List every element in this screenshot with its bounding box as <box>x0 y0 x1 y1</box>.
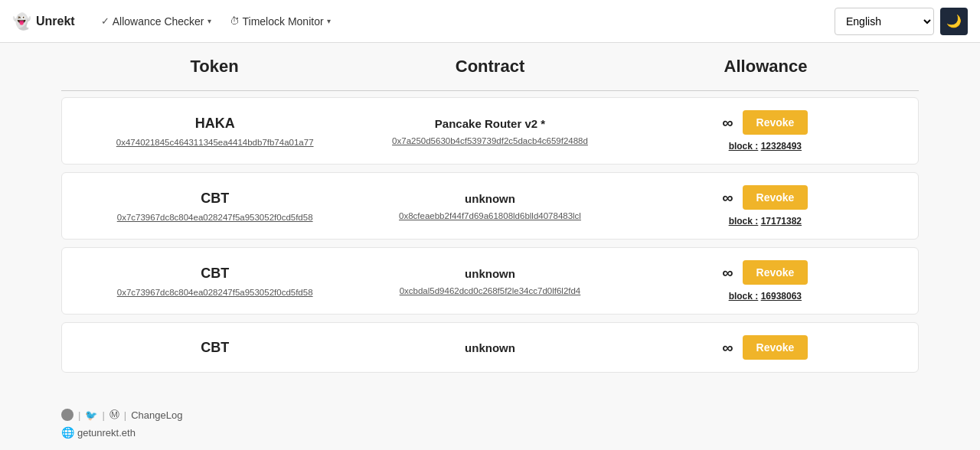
main-content: HAKA 0x474021845c464311345ea4414bdb7fb74… <box>0 91 980 399</box>
token-name-4: CBT <box>201 340 229 356</box>
contract-address-3[interactable]: 0xcbdal5d9462dcd0c268f5f2le34cc7d0lf6l2f… <box>400 286 581 295</box>
token-cell-3: CBT 0x7c73967dc8c804ea028247f5a953052f0c… <box>77 266 352 297</box>
nav-right: English 中文 Español Français Deutsch 🌙 <box>835 8 968 35</box>
nav-allowance-checker[interactable]: ✓ Allowance Checker ▾ <box>93 11 219 32</box>
allowance-cell-2: ∞ Revoke block : 17171382 <box>628 185 903 227</box>
block-info-2: block : 17171382 <box>729 216 802 227</box>
allowance-cell-1: ∞ Revoke block : 12328493 <box>628 110 903 152</box>
block-number-3: 16938063 <box>761 291 802 302</box>
token-name-2: CBT <box>201 191 229 207</box>
allowance-value-3: ∞ <box>722 264 733 282</box>
medium-link[interactable]: Ⓜ <box>109 408 119 422</box>
allowance-cell-3: ∞ Revoke block : 16938063 <box>628 260 903 302</box>
timelock-monitor-label: Timelock Monitor <box>243 15 324 28</box>
ghost-icon: 👻 <box>12 12 31 31</box>
token-address-2[interactable]: 0x7c73967dc8c804ea028247f5a953052f0cd5fd… <box>117 213 313 222</box>
allowance-row-2: ∞ Revoke <box>722 185 808 210</box>
nav-items: ✓ Allowance Checker ▾ ⏱ Timelock Monitor… <box>93 11 835 32</box>
table-header: Token Contract Allowance <box>0 43 980 90</box>
brand-name: Unrekt <box>36 15 75 28</box>
revoke-button-2[interactable]: Revoke <box>743 185 808 210</box>
separator-2: | <box>102 409 104 421</box>
dark-mode-toggle[interactable]: 🌙 <box>940 8 968 35</box>
contract-name-1: Pancake Router v2 * <box>435 117 545 130</box>
table-row: CBT 0x7c73967dc8c804ea028247f5a953052f0c… <box>61 172 919 240</box>
block-label-2: block : <box>729 216 759 227</box>
brand-eth-label: getunrekt.eth <box>77 427 136 439</box>
allowance-row-3: ∞ Revoke <box>722 260 808 285</box>
revoke-button-4[interactable]: Revoke <box>743 335 808 360</box>
table-row: CBT unknown ∞ Revoke <box>61 322 919 373</box>
contract-address-1[interactable]: 0x7a250d5630b4cf539739df2c5dacb4c659f248… <box>392 136 588 145</box>
header-allowance: Allowance <box>628 57 903 77</box>
token-name-1: HAKA <box>195 116 235 132</box>
clock-icon: ⏱ <box>230 15 240 27</box>
allowance-cell-4: ∞ Revoke <box>628 335 903 360</box>
token-cell-1: HAKA 0x474021845c464311345ea4414bdb7fb74… <box>77 116 352 147</box>
allowance-value-4: ∞ <box>722 339 733 357</box>
contract-name-3: unknown <box>465 267 515 280</box>
contract-name-2: unknown <box>465 192 515 205</box>
discord-icon <box>61 409 74 421</box>
revoke-button-3[interactable]: Revoke <box>743 260 808 285</box>
allowance-chevron-icon: ▾ <box>207 17 211 25</box>
block-number-1: 12328493 <box>761 141 802 152</box>
block-label-1: block : <box>729 141 759 152</box>
token-cell-4: CBT <box>77 340 352 356</box>
header-contract: Contract <box>352 57 628 77</box>
allowance-row-4: ∞ Revoke <box>722 335 808 360</box>
allowance-row-1: ∞ Revoke <box>722 110 808 135</box>
block-info-3: block : 16938063 <box>729 291 802 302</box>
brand-logo[interactable]: 👻 Unrekt <box>12 12 75 31</box>
block-number-2: 17171382 <box>761 216 802 227</box>
contract-cell-3: unknown 0xcbdal5d9462dcd0c268f5f2le34cc7… <box>352 267 627 295</box>
navbar: 👻 Unrekt ✓ Allowance Checker ▾ ⏱ Timeloc… <box>0 0 980 43</box>
separator-1: | <box>78 409 80 421</box>
language-select[interactable]: English 中文 Español Français Deutsch <box>835 8 934 35</box>
globe-icon: 🌐 <box>61 426 74 439</box>
allowance-value-1: ∞ <box>722 114 733 132</box>
checkmark-icon: ✓ <box>101 15 109 27</box>
block-label-3: block : <box>729 291 759 302</box>
nav-timelock-monitor[interactable]: ⏱ Timelock Monitor ▾ <box>222 11 338 32</box>
header-token: Token <box>77 57 352 77</box>
revoke-button-1[interactable]: Revoke <box>743 110 808 135</box>
footer-brand: 🌐 getunrekt.eth <box>61 426 919 439</box>
token-cell-2: CBT 0x7c73967dc8c804ea028247f5a953052f0c… <box>77 191 352 222</box>
changelog-link[interactable]: ChangeLog <box>131 409 182 421</box>
table-row: HAKA 0x474021845c464311345ea4414bdb7fb74… <box>61 97 919 165</box>
footer-links: | 🐦 | Ⓜ | ChangeLog <box>61 408 919 422</box>
allowance-value-2: ∞ <box>722 189 733 207</box>
token-address-3[interactable]: 0x7c73967dc8c804ea028247f5a953052f0cd5fd… <box>117 288 313 297</box>
separator-3: | <box>124 409 126 421</box>
token-address-1[interactable]: 0x474021845c464311345ea4414bdb7fb74a01a7… <box>116 138 314 147</box>
contract-cell-4: unknown <box>352 341 627 354</box>
block-info-1: block : 12328493 <box>729 141 802 152</box>
contract-cell-1: Pancake Router v2 * 0x7a250d5630b4cf5397… <box>352 117 627 145</box>
contract-cell-2: unknown 0x8cfeaebb2f44f7d69a61808ld6blld… <box>352 192 627 220</box>
twitter-link[interactable]: 🐦 <box>85 409 97 421</box>
contract-address-2[interactable]: 0x8cfeaebb2f44f7d69a61808ld6blld4078483l… <box>399 211 581 220</box>
allowance-checker-label: Allowance Checker <box>113 15 204 28</box>
contract-name-4: unknown <box>465 341 515 354</box>
token-name-3: CBT <box>201 266 229 282</box>
table-row: CBT 0x7c73967dc8c804ea028247f5a953052f0c… <box>61 247 919 315</box>
timelock-chevron-icon: ▾ <box>327 17 331 25</box>
footer: | 🐦 | Ⓜ | ChangeLog 🌐 getunrekt.eth <box>0 399 980 445</box>
